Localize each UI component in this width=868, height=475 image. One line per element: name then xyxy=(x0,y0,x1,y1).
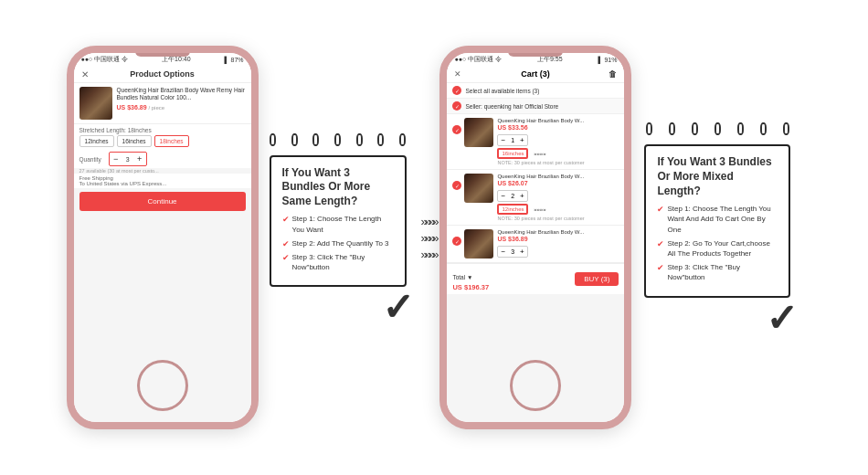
cart-item-1: ✓ QueenKing Hair Brazilian Body W... US … xyxy=(447,114,624,170)
right-battery: ▌ 91% xyxy=(598,57,618,63)
item3-qty-control[interactable]: − 3 + xyxy=(497,246,527,258)
item2-check[interactable]: ✓ xyxy=(452,181,461,190)
item2-qty-control[interactable]: − 2 + xyxy=(497,190,527,202)
left-step-2-check: ✔ xyxy=(282,239,290,248)
item1-qty-control[interactable]: − 1 + xyxy=(497,134,527,146)
item2-size[interactable]: 12inches xyxy=(497,204,528,215)
left-product-item: QueenKing Hair Brazilian Body Wave Remy … xyxy=(74,83,251,124)
right-step-1-check: ✔ xyxy=(657,205,664,214)
item1-name: QueenKing Hair Brazilian Body W... xyxy=(497,118,619,123)
left-annotation-title: If You Want 3 Bundles Or More Same Lengt… xyxy=(282,166,394,209)
right-step-2-check: ✔ xyxy=(657,239,664,248)
left-step-1-check: ✔ xyxy=(282,215,290,224)
item3-qty-row: − 3 + xyxy=(497,244,619,258)
item3-qty: 3 xyxy=(508,248,517,256)
select-all-check[interactable]: ✓ xyxy=(452,86,461,95)
cart-item-2: ✓ QueenKing Hair Brazilian Body W... US … xyxy=(447,170,624,226)
size-btn-18[interactable]: 18inches xyxy=(154,135,189,147)
item1-plus[interactable]: + xyxy=(517,135,527,145)
seller-label: Seller: queenking hair Official Store xyxy=(465,103,558,110)
right-step-3-text: Step 3: Click The "Buy Now"button xyxy=(667,262,778,282)
item1-size-row: 16inches »»»» xyxy=(497,148,619,159)
item2-arrows: »»»» xyxy=(534,206,545,212)
left-phone: ●●○ 中国联通 令 上午10:40 ▌ 87% ✕ Product Optio… xyxy=(67,46,259,429)
seller-check: ✓ xyxy=(452,101,461,111)
left-step-3-check: ✔ xyxy=(282,253,290,262)
left-checkmark: ✓ xyxy=(262,289,414,327)
left-status-bar: ●●○ 中国联通 令 上午10:40 ▌ 87% xyxy=(74,53,251,66)
item3-check[interactable]: ✓ xyxy=(452,237,461,246)
right-step-2-text: Step 2: Go To Your Cart,choose All The P… xyxy=(667,238,778,259)
item2-qty: 2 xyxy=(508,192,517,200)
left-phone-inner: ●●○ 中国联通 令 上午10:40 ▌ 87% ✕ Product Optio… xyxy=(74,53,251,422)
left-qty-minus[interactable]: − xyxy=(110,153,122,165)
item3-price: US $36.89 xyxy=(497,236,619,242)
item1-arrows: »»»» xyxy=(534,151,545,156)
item3-plus[interactable]: + xyxy=(517,247,527,257)
item2-minus[interactable]: − xyxy=(498,191,508,201)
item2-qty-row: − 2 + xyxy=(497,188,619,202)
left-size-options: Stretched Length: 18inches 12inches 16in… xyxy=(74,124,251,150)
item1-note: NOTE: 30 pieces at most per customer xyxy=(497,160,619,165)
item1-size[interactable]: 16inches xyxy=(497,148,528,159)
main-container: ●●○ 中国联通 令 上午10:40 ▌ 87% ✕ Product Optio… xyxy=(0,0,868,475)
left-step-3: ✔ Step 3: Click The "Buy Now"button xyxy=(282,252,394,272)
left-phone-header: ✕ Product Options xyxy=(74,66,251,83)
item2-size-row: 12inches »»»» xyxy=(497,204,619,215)
left-product-price: US $36.89 / piece xyxy=(117,104,246,111)
right-status-bar: ●●○ 中国联通 令 上午9:55 ▌ 91% xyxy=(447,53,624,66)
item1-info: QueenKing Hair Brazilian Body W... US $3… xyxy=(497,118,619,165)
right-step-2: ✔ Step 2: Go To Your Cart,choose All The… xyxy=(657,238,778,259)
cart-total-price: US $196.37 xyxy=(452,283,489,291)
left-size-buttons: 12inches 16inches 18inches xyxy=(79,135,246,147)
middle-arrows: »»»» »»»» »»»» xyxy=(421,215,437,261)
left-annotation-box: If You Want 3 Bundles Or More Same Lengt… xyxy=(270,155,407,288)
left-close-btn[interactable]: ✕ xyxy=(81,69,89,79)
right-time: 上午9:55 xyxy=(537,55,563,64)
left-phone-title: Product Options xyxy=(130,69,195,79)
right-annotation-title: If You Want 3 Bundles Or More Mixed Leng… xyxy=(657,155,778,198)
item1-price: US $33.56 xyxy=(497,124,619,131)
size-btn-12[interactable]: 12inches xyxy=(79,135,114,147)
left-shipping-line2: To United States via UPS Express... xyxy=(79,181,246,186)
right-cart-header: ✕ Cart (3) 🗑 xyxy=(447,66,624,83)
cart-total-row: Total ▼ US $196.37 BUY (3) xyxy=(447,263,624,294)
select-all-row: ✓ Select all available items (3) xyxy=(447,83,624,99)
size-btn-16[interactable]: 16inches xyxy=(117,135,152,147)
right-step-1: ✔ Step 1: Choose The Length You Want And… xyxy=(657,204,778,235)
select-all-label: Select all available items (3) xyxy=(465,88,539,94)
cart-item-3: ✓ QueenKing Hair Brazilian Body W... US … xyxy=(447,226,624,263)
item1-check[interactable]: ✓ xyxy=(452,125,461,134)
item2-info: QueenKing Hair Brazilian Body W... US $2… xyxy=(497,174,619,221)
left-shipping: Free Shipping To United States via UPS E… xyxy=(74,174,251,188)
cart-buy-btn[interactable]: BUY (3) xyxy=(575,272,619,286)
right-step-3: ✔ Step 3: Click The "Buy Now"button xyxy=(657,262,778,282)
left-step-2: ✔ Step 2: Add The Quantily To 3 xyxy=(282,238,394,248)
right-phone-inner: ●●○ 中国联通 令 上午9:55 ▌ 91% ✕ Cart (3) 🗑 ✓ S… xyxy=(447,53,624,422)
item1-qty-row: − 1 + xyxy=(497,132,619,146)
arrow-row-1: »»»» xyxy=(421,215,437,228)
right-step-3-check: ✔ xyxy=(657,263,664,272)
right-carrier: ●●○ 中国联通 令 xyxy=(454,55,502,64)
left-size-label: Stretched Length: 18inches xyxy=(79,127,246,133)
item3-img xyxy=(464,229,493,259)
cart-total-label: Total ▼ US $196.37 xyxy=(452,267,489,291)
left-quantity-row: Quantity − 3 + xyxy=(74,150,251,168)
item1-minus[interactable]: − xyxy=(498,135,508,145)
item3-info: QueenKing Hair Brazilian Body W... US $3… xyxy=(497,229,619,258)
right-trash-icon[interactable]: 🗑 xyxy=(609,69,617,79)
left-step-3-text: Step 3: Click The "Buy Now"button xyxy=(292,252,394,272)
item2-plus[interactable]: + xyxy=(517,191,527,201)
left-battery: ▌ 87% xyxy=(225,57,244,63)
left-qty-control[interactable]: − 3 + xyxy=(109,152,147,166)
left-carrier: ●●○ 中国联通 令 xyxy=(81,55,129,64)
right-close-btn[interactable]: ✕ xyxy=(454,69,461,79)
item1-img xyxy=(464,118,493,147)
item2-price: US $26.07 xyxy=(497,180,619,186)
item3-minus[interactable]: − xyxy=(498,247,508,257)
left-qty-plus[interactable]: + xyxy=(133,153,146,165)
left-continue-btn[interactable]: Continue xyxy=(79,192,246,211)
right-annotation-box: If You Want 3 Bundles Or More Mixed Leng… xyxy=(644,144,790,297)
arrow-row-3: »»»» xyxy=(421,248,437,261)
item1-qty: 1 xyxy=(508,136,517,144)
